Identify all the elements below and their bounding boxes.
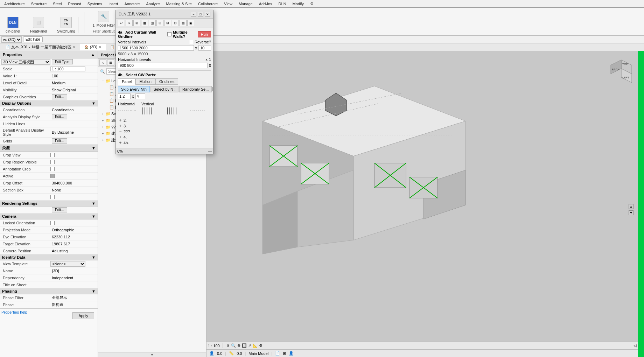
tab-3d[interactable]: 🏠 (3D) ✕ — [80, 44, 106, 50]
dialog-maximize-btn[interactable]: □ — [198, 12, 203, 17]
tool-btn-3[interactable]: ▦ — [141, 20, 148, 26]
plus-btn-4[interactable]: + — [118, 135, 123, 140]
extents-section[interactable]: 类型 ▼ — [0, 145, 98, 152]
randomly-select-btn[interactable]: Randomly Se... — [179, 86, 212, 92]
collapse-icon[interactable]: ▲ — [91, 52, 95, 57]
multiple-walls-checkbox[interactable] — [167, 32, 172, 36]
angle-display: 0.0 — [237, 351, 242, 356]
skip-every-nth-btn[interactable]: Skip Every Nth — [118, 86, 150, 92]
menu-systems[interactable]: Systems — [85, 1, 105, 7]
menu-precast[interactable]: Precast — [65, 1, 84, 7]
section-box-checkbox[interactable] — [50, 195, 55, 199]
dialog-minimize-btn[interactable]: − — [191, 12, 196, 17]
view-selector[interactable]: w: (3D) — [1, 36, 22, 43]
menu-analyze[interactable]: Analyze — [143, 1, 162, 7]
settings-icon[interactable]: ⚙ — [310, 1, 314, 6]
menu-structure[interactable]: Structure — [28, 1, 50, 7]
apply-button[interactable]: Apply — [72, 312, 94, 319]
edit-type-button[interactable]: Edit Type — [23, 36, 43, 42]
viewport-icon-5[interactable]: ↗ — [248, 343, 251, 348]
run-button[interactable]: Run — [198, 31, 211, 37]
3d-viewport[interactable]: TOP BACK LEFT ▲ ▼ 1 : 100 🖥 🔍 ⊕ 🔲 ↗ 📐 ⚙ … — [206, 51, 644, 357]
graphics-edit-btn[interactable]: Edit... — [52, 94, 67, 99]
plus-btn-1[interactable]: + — [118, 118, 123, 123]
type-selector[interactable]: 3D View 三维视图 — [1, 59, 50, 65]
menu-addins[interactable]: Add-Ins — [256, 1, 275, 7]
viewport-icon-6[interactable]: 📐 — [253, 343, 258, 348]
menu-steel[interactable]: Steel — [50, 1, 64, 7]
menu-architecture[interactable]: Architecture — [1, 1, 28, 7]
tool-btn-9[interactable]: ▣ — [187, 20, 194, 26]
v-intervals-input[interactable] — [118, 45, 194, 51]
tool-btn-2[interactable]: ⊞ — [133, 20, 140, 26]
tab-text-x01[interactable]: 📄 文本_X01 - 1#楼 一层平面功能分区 ✕ — [1, 43, 80, 51]
viewport-icon-7[interactable]: ⚙ — [259, 343, 262, 348]
reverse-checkbox-v[interactable] — [189, 40, 193, 44]
n-input[interactable] — [118, 93, 131, 99]
scale-input[interactable] — [50, 66, 85, 71]
menu-massing[interactable]: Massing & Site — [163, 1, 195, 7]
rendering-section[interactable]: Rendering Settings ▼ — [0, 201, 98, 206]
crop-view-checkbox[interactable] — [50, 153, 55, 157]
menu-modify[interactable]: Modify — [290, 1, 307, 7]
rendering-edit-btn[interactable]: Edit... — [52, 207, 67, 212]
tab-mullion[interactable]: Mullion — [135, 78, 155, 85]
crop-active-checkbox[interactable] — [50, 174, 55, 178]
menu-collaborate[interactable]: Collaborate — [195, 1, 220, 7]
modelfilter-icon[interactable]: 🔧 — [98, 11, 109, 22]
dialog-collapse-btn[interactable]: — — [208, 149, 212, 153]
identity-data-section[interactable]: Identity Data ▼ — [0, 254, 98, 260]
h-intervals-input[interactable] — [118, 63, 208, 68]
annotation-crop-checkbox[interactable] — [50, 167, 55, 171]
edit-type-btn-props[interactable]: Edit Type — [52, 59, 73, 64]
grids-edit-btn[interactable]: Edit... — [52, 138, 67, 144]
menu-insert[interactable]: Insert — [106, 1, 121, 7]
menu-view[interactable]: View — [221, 1, 235, 7]
display-options-section[interactable]: Display Options ▼ — [0, 100, 98, 106]
tab-close-3d[interactable]: ✕ — [99, 45, 102, 49]
scroll-up-btn[interactable]: ▲ — [629, 204, 634, 209]
tool-btn-0[interactable]: ↩ — [118, 20, 125, 26]
tool-btn-4[interactable]: ◫ — [149, 20, 156, 26]
tool-btn-7[interactable]: ⊡ — [172, 20, 179, 26]
menu-dln[interactable]: DLN — [276, 1, 289, 7]
tool-btn-5[interactable]: ⊟ — [156, 20, 163, 26]
camera-section[interactable]: Camera ▼ — [0, 214, 98, 219]
properties-help-link[interactable]: Properties help — [1, 310, 27, 321]
select-by-n-btn[interactable]: Select by N : — [150, 86, 178, 92]
menu-annotate[interactable]: Annotate — [121, 1, 142, 7]
plus-btn-5[interactable]: + — [118, 140, 123, 145]
dialog-close-btn[interactable]: ✕ — [205, 12, 210, 17]
viewport-icon-4[interactable]: 🔲 — [242, 343, 247, 348]
tab-close-text-x01[interactable]: ✕ — [73, 45, 76, 49]
phasing-section[interactable]: Phasing ▼ — [0, 288, 98, 294]
tab-gridlines[interactable]: Gridlines — [155, 78, 178, 85]
viewport-icon-2[interactable]: 🔍 — [231, 343, 236, 348]
viewport-nav-icon[interactable]: ◁ — [634, 343, 636, 348]
extra-row-5: + 4b. — [118, 140, 211, 145]
template-select[interactable]: <None> — [50, 261, 85, 267]
switchlang-icon[interactable]: CNEN — [61, 17, 72, 28]
tool-btn-8[interactable]: ▤ — [180, 20, 187, 26]
v-count-input[interactable] — [198, 45, 211, 51]
viewcube-svg[interactable]: TOP BACK LEFT — [606, 58, 637, 86]
tool-btn-6[interactable]: ⊠ — [164, 20, 171, 26]
menu-manage[interactable]: Manage — [236, 1, 255, 7]
floatpanel-icon[interactable]: ⬜ — [33, 17, 44, 28]
x-value-input-4b[interactable] — [135, 93, 145, 99]
viewcube[interactable]: TOP BACK LEFT — [606, 58, 637, 86]
viewport-icon-1[interactable]: 🖥 — [226, 344, 230, 348]
browser-back-btn[interactable]: ◁ — [99, 59, 106, 66]
reverse-checkbox-4b[interactable] — [212, 87, 213, 91]
viewport-icon-3[interactable]: ⊕ — [237, 343, 240, 348]
locked-orientation-checkbox[interactable] — [50, 221, 55, 225]
scroll-down-btn[interactable]: ▼ — [629, 210, 634, 215]
plus-btn-2[interactable]: + — [118, 124, 123, 128]
tool-btn-1[interactable]: ↪ — [126, 20, 133, 26]
dln-icon[interactable]: DLN — [7, 17, 19, 28]
tab-panel[interactable]: Panel — [118, 78, 135, 85]
crop-region-checkbox[interactable] — [50, 160, 55, 164]
browser-view-btn[interactable]: ▦ — [107, 59, 114, 66]
minus-btn-3[interactable]: − — [118, 129, 123, 134]
analysis-display-edit-btn[interactable]: Edit... — [52, 114, 67, 119]
